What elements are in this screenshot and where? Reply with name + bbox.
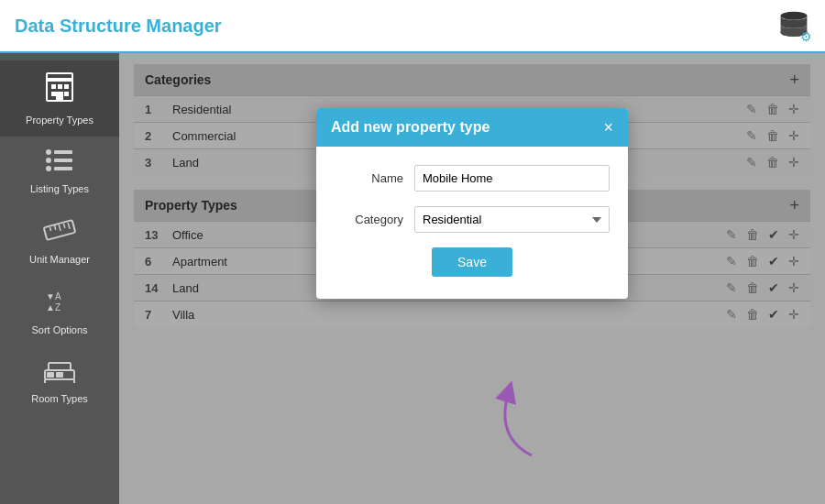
sidebar-item-listing-types[interactable]: Listing Types (0, 137, 119, 205)
name-form-row: Name (335, 165, 610, 192)
modal-overlay[interactable]: Add new property type × Name Category Re… (119, 53, 825, 504)
header-db-icon-container: ⚙ (777, 9, 810, 42)
svg-text:▲Z: ▲Z (46, 302, 60, 312)
list-icon (45, 148, 74, 178)
svg-line-21 (63, 224, 64, 228)
sidebar-item-sort-options[interactable]: ▼A ▲Z Sort Options (0, 276, 119, 346)
building-icon (43, 71, 76, 109)
modal-header: Add new property type × (316, 108, 628, 147)
svg-rect-7 (64, 84, 69, 89)
svg-rect-5 (51, 84, 56, 89)
app-title: Data Structure Manager (15, 16, 222, 37)
app-header: Data Structure Manager ⚙ (0, 0, 825, 53)
svg-point-0 (781, 12, 808, 20)
svg-rect-9 (64, 92, 69, 96)
category-select[interactable]: Residential Commercial Land (414, 206, 610, 233)
svg-rect-8 (51, 92, 56, 96)
sidebar-label-listing-types: Listing Types (30, 183, 89, 194)
sidebar-label-unit-manager: Unit Manager (29, 254, 90, 265)
arrow-annotation (458, 373, 568, 467)
modal-body: Name Category Residential Commercial Lan… (316, 147, 628, 299)
svg-line-18 (50, 227, 50, 231)
svg-line-22 (68, 223, 70, 229)
ruler-icon (43, 216, 76, 248)
svg-text:▼A: ▼A (46, 291, 61, 301)
category-form-row: Category Residential Commercial Land (335, 206, 610, 233)
svg-rect-26 (47, 372, 54, 378)
bed-icon (43, 357, 76, 388)
svg-point-11 (46, 149, 51, 155)
svg-rect-27 (56, 372, 63, 378)
main-content: Categories + 1 Residential ✎ 🗑 ✛ 2 Comme… (119, 53, 825, 504)
category-label: Category (335, 213, 403, 226)
name-label: Name (335, 171, 403, 185)
modal-title: Add new property type (331, 119, 490, 136)
svg-rect-17 (44, 220, 76, 240)
svg-rect-6 (58, 84, 62, 89)
sidebar-label-property-types: Property Types (26, 115, 94, 126)
save-btn-row: Save (335, 247, 610, 277)
sidebar-item-unit-manager[interactable]: Unit Manager (0, 205, 119, 276)
svg-rect-12 (54, 150, 72, 154)
sidebar-item-room-types[interactable]: Room Types (0, 346, 119, 415)
sidebar: Property Types Listing Types (0, 53, 119, 504)
svg-line-19 (54, 225, 55, 230)
sidebar-label-room-types: Room Types (31, 393, 88, 404)
svg-point-13 (46, 158, 51, 163)
svg-point-15 (46, 166, 51, 171)
save-button[interactable]: Save (432, 247, 512, 277)
modal-close-button[interactable]: × (603, 119, 613, 136)
sidebar-item-property-types[interactable]: Property Types (0, 60, 119, 137)
svg-rect-10 (56, 92, 63, 101)
add-property-type-modal: Add new property type × Name Category Re… (316, 108, 628, 299)
main-layout: Property Types Listing Types (0, 53, 825, 504)
svg-rect-16 (54, 167, 72, 170)
sidebar-label-sort-options: Sort Options (31, 324, 87, 335)
gear-icon: ⚙ (800, 29, 812, 44)
sort-icon: ▼A ▲Z (44, 287, 75, 319)
svg-rect-14 (54, 159, 72, 162)
name-input[interactable] (414, 165, 610, 192)
svg-line-20 (59, 225, 60, 231)
